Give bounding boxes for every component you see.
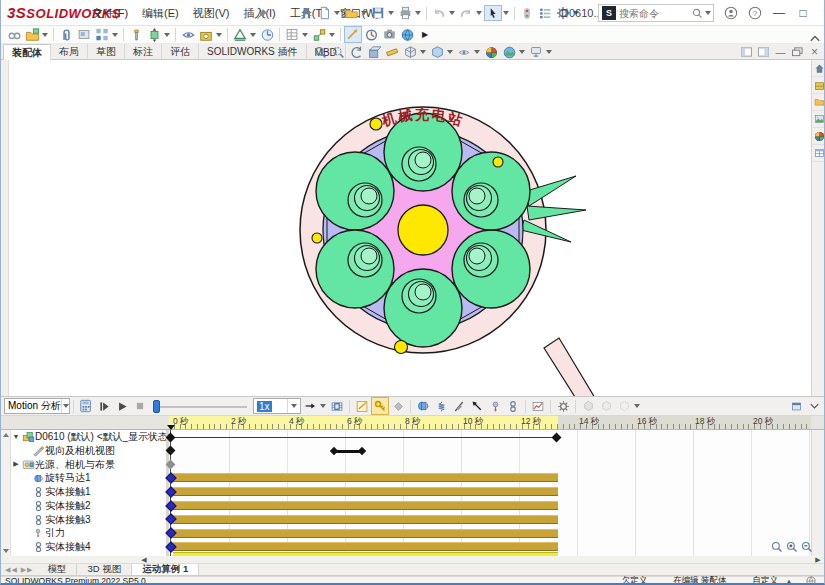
tree-item-orientation[interactable]: 视向及相机视图 [11, 444, 166, 458]
design-library-icon[interactable] [812, 77, 825, 94]
apply-scene-icon[interactable] [500, 44, 518, 60]
hub[interactable] [398, 205, 448, 255]
assembly-features-icon[interactable] [197, 26, 215, 43]
tab-model[interactable]: 模型 [37, 564, 77, 575]
save-caret[interactable] [388, 11, 394, 15]
section-view-icon[interactable] [365, 44, 383, 60]
menu-file[interactable]: 文件(F) [85, 0, 135, 26]
measure-icon[interactable] [383, 44, 401, 60]
new-document-caret[interactable] [334, 11, 340, 15]
large-design-review-icon[interactable] [398, 26, 416, 43]
move-component-icon[interactable] [145, 26, 163, 43]
calculate-icon[interactable] [77, 397, 95, 415]
tab-sketch[interactable]: 草图 [88, 44, 125, 60]
custom-properties-icon[interactable] [812, 145, 825, 162]
playback-mode-icon[interactable] [301, 397, 319, 415]
simulation-setup-icon[interactable] [579, 397, 597, 415]
tab-layout[interactable]: 布局 [51, 44, 88, 60]
doc-restore-icon[interactable] [789, 45, 806, 59]
apply-scene-caret[interactable] [519, 50, 525, 54]
slider-thumb[interactable] [153, 400, 160, 413]
menu-view[interactable]: 视图(V) [186, 0, 237, 26]
view-settings-caret[interactable] [546, 50, 552, 54]
insert-components-icon[interactable] [23, 26, 41, 43]
tab-navigation-buttons[interactable]: ◀◀ ▶▶ [1, 564, 37, 575]
tree-item-rotary-motor[interactable]: 旋转马达1 [11, 471, 166, 485]
insert-components-caret[interactable] [42, 33, 48, 37]
custom-status-text[interactable]: 自定义 [753, 575, 779, 585]
print-icon[interactable] [396, 5, 414, 21]
collapse-arrow-icon[interactable]: ▶ [11, 460, 21, 468]
instant3d-icon[interactable] [344, 26, 362, 43]
playback-speed-dropdown[interactable]: 1x [253, 398, 301, 414]
search-input[interactable] [619, 8, 690, 19]
view-orientation-icon[interactable] [401, 44, 419, 60]
tab-3d-views[interactable]: 3D 视图 [77, 564, 132, 575]
ring-tail[interactable] [544, 338, 601, 396]
bar-contact3[interactable] [173, 515, 558, 524]
show-hidden-components-icon[interactable] [179, 26, 197, 43]
results-plots-icon[interactable] [529, 397, 547, 415]
play-from-start-icon[interactable] [95, 397, 113, 415]
view-palette-icon[interactable] [812, 111, 825, 128]
select-tool-caret[interactable] [503, 11, 509, 15]
display-states-icon[interactable] [536, 5, 554, 21]
timeline-zoom-fit-icon[interactable] [769, 540, 784, 554]
tree-item-contact4[interactable]: 实体接触4 [11, 540, 166, 554]
mate-icon[interactable] [57, 26, 75, 43]
simulation-export-icon[interactable] [615, 397, 633, 415]
redo-caret[interactable] [476, 11, 482, 15]
hscroll-right-icon[interactable]: ▶ [813, 556, 823, 564]
status-expand-icon[interactable]: ▲ [786, 578, 792, 584]
tab-solidworks-addins[interactable]: SOLIDWORKS 插件 [199, 44, 307, 60]
menu-edit[interactable]: 编辑(E) [135, 0, 186, 26]
tree-scroll-up-icon[interactable] [3, 433, 9, 437]
smart-fasteners-icon[interactable] [127, 26, 145, 43]
new-motion-study-icon[interactable] [258, 26, 276, 43]
collapse-motionmanager-icon[interactable] [787, 397, 805, 415]
exploded-view-icon[interactable] [310, 26, 328, 43]
minimize-button[interactable]: — [767, 0, 791, 26]
timeline-vscrollbar[interactable] [811, 430, 825, 556]
exploded-view-caret[interactable] [329, 33, 335, 37]
expand-arrow-icon[interactable]: ▼ [11, 433, 21, 440]
tab-evaluate[interactable]: 评估 [162, 44, 199, 60]
study-type-dropdown[interactable]: Motion 分析 [4, 398, 70, 414]
reference-geometry-caret[interactable] [250, 33, 256, 37]
bar-rotary-motor[interactable] [173, 473, 558, 482]
bar-gravity[interactable] [173, 529, 558, 538]
tree-item-contact2[interactable]: 实体接触2 [11, 499, 166, 513]
move-component-caret[interactable] [164, 33, 170, 37]
simulation-caret[interactable] [634, 404, 640, 408]
tab-motion-study-1[interactable]: 运动算例 1 [132, 564, 199, 575]
home-icon[interactable] [297, 5, 315, 21]
damper-icon[interactable] [450, 397, 468, 415]
graphics-area[interactable]: 机械充电站 [1, 60, 825, 396]
force-icon[interactable] [468, 397, 486, 415]
hide-show-caret[interactable] [474, 50, 480, 54]
reference-geometry-icon[interactable] [231, 26, 249, 43]
open-icon[interactable] [342, 5, 360, 21]
tree-scrollbar[interactable] [1, 430, 11, 556]
tab-assembly[interactable]: 装配体 [3, 44, 51, 60]
display-style-caret[interactable] [447, 50, 453, 54]
assembly-model[interactable]: 机械充电站 [1, 60, 825, 396]
study-type-caret[interactable] [63, 404, 69, 408]
search-caret[interactable] [705, 11, 711, 15]
autokey-icon[interactable] [371, 397, 389, 415]
speed-caret[interactable] [291, 404, 297, 408]
tree-item-contact3[interactable]: 实体接触3 [11, 513, 166, 527]
rebuild-traffic-light-icon[interactable] [518, 5, 536, 21]
print-caret[interactable] [415, 11, 421, 15]
close-button[interactable]: × [815, 0, 825, 26]
motion-study-properties-icon[interactable] [554, 397, 572, 415]
timeline-hscrollbar[interactable]: ◀ ▶ [1, 556, 825, 564]
save-animation-icon[interactable] [328, 397, 346, 415]
display-style-icon[interactable] [428, 44, 446, 60]
save-icon[interactable] [369, 5, 387, 21]
timeline-zoom-in-icon[interactable] [784, 540, 799, 554]
linear-pattern-icon[interactable] [93, 26, 111, 43]
playback-position-slider[interactable] [151, 398, 251, 414]
linear-pattern-caret[interactable] [112, 33, 118, 37]
stop-icon[interactable] [131, 397, 149, 415]
